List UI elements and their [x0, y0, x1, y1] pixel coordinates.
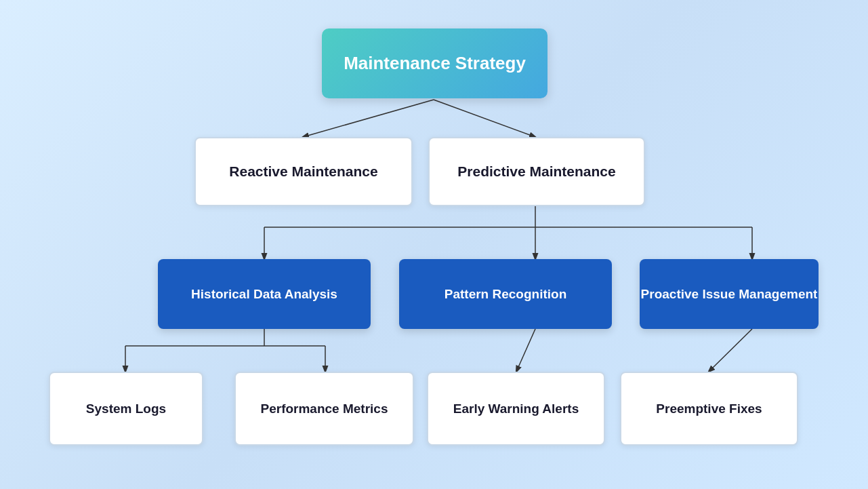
svg-line-0	[303, 100, 434, 137]
node-preemptive-fixes: Preemptive Fixes	[620, 372, 798, 446]
node-early-warning-alerts: Early Warning Alerts	[427, 372, 605, 446]
diagram: Maintenance Strategy Reactive Maintenanc…	[0, 0, 868, 489]
svg-line-1	[434, 100, 535, 137]
node-predictive-maintenance: Predictive Maintenance	[428, 137, 645, 206]
node-maintenance-strategy: Maintenance Strategy	[322, 28, 547, 98]
svg-line-11	[516, 329, 535, 372]
node-system-logs: System Logs	[49, 372, 203, 446]
svg-line-12	[709, 329, 752, 372]
node-pattern-recognition: Pattern Recognition	[399, 259, 612, 329]
node-reactive-maintenance: Reactive Maintenance	[194, 137, 413, 206]
node-historical-data-analysis: Historical Data Analysis	[158, 259, 371, 329]
node-proactive-issue-management: Proactive Issue Management	[640, 259, 819, 329]
node-performance-metrics: Performance Metrics	[234, 372, 414, 446]
